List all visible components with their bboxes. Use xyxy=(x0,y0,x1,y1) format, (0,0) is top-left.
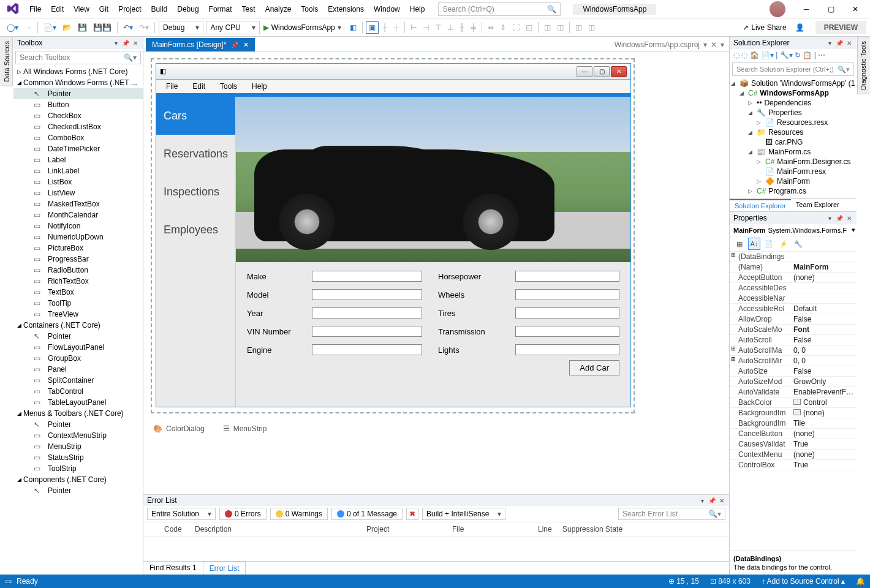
field-input[interactable] xyxy=(515,271,619,282)
field-input[interactable] xyxy=(312,289,422,300)
toolbox-item[interactable]: ▭MonthCalendar xyxy=(13,209,143,221)
align-btn-1[interactable]: ┼ xyxy=(380,22,390,33)
menu-project[interactable]: Project xyxy=(113,2,146,16)
toolbox-item[interactable]: ▭RadioButton xyxy=(13,265,143,276)
menu-git[interactable]: Git xyxy=(94,2,113,16)
menu-extensions[interactable]: Extensions xyxy=(323,2,369,16)
form-menu-edit[interactable]: Edit xyxy=(186,81,211,92)
menu-debug[interactable]: Debug xyxy=(172,2,203,16)
sol-close-icon[interactable]: ✕ xyxy=(845,39,853,47)
toolbox-item[interactable]: ▭SplitContainer xyxy=(13,375,143,386)
toolbox-search-input[interactable]: Search Toolbox 🔍▾ xyxy=(15,51,141,64)
menu-edit[interactable]: Edit xyxy=(46,2,69,16)
toolbox-group[interactable]: ▷All Windows Forms (.NET Core) xyxy=(13,66,143,77)
property-row[interactable]: (Name)MainForm xyxy=(730,262,857,273)
toolbox-close-icon[interactable]: ✕ xyxy=(132,39,139,47)
toolbox-item[interactable]: ▭LinkLabel xyxy=(13,165,143,176)
data-sources-tab[interactable]: Data Sources xyxy=(1,37,13,86)
menu-tools[interactable]: Tools xyxy=(296,2,323,16)
project-dropdown-icon[interactable]: ▾ xyxy=(703,40,707,49)
size-btn-3[interactable]: ⛶ xyxy=(510,22,522,33)
menu-help[interactable]: Help xyxy=(405,2,430,16)
size-btn-2[interactable]: ⇕ xyxy=(497,22,509,33)
toolbox-item[interactable]: ▭ToolTip xyxy=(13,298,143,309)
align-left-icon[interactable]: ⊢ xyxy=(408,22,419,33)
order-btn-2[interactable]: ◫ xyxy=(554,22,566,33)
tree-mainform-class[interactable]: ▷🔶 MainForm xyxy=(731,176,855,186)
config-combo[interactable]: Debug xyxy=(159,21,203,34)
toolbox-group[interactable]: ◢Common Windows Forms (.NET ... xyxy=(13,77,143,88)
car-picturebox[interactable] xyxy=(236,97,630,262)
align-mid-icon[interactable]: ╫ xyxy=(457,22,467,33)
tree-dependencies[interactable]: ▷•• Dependencies xyxy=(731,98,855,108)
redo-button[interactable]: ↷▾ xyxy=(137,22,151,33)
toolbox-item[interactable]: ↖Pointer xyxy=(13,88,143,99)
props-pin-icon[interactable]: 📌 xyxy=(836,214,843,222)
tree-project[interactable]: ◢C# WindowsFormsApp xyxy=(731,88,855,98)
component-menustrip[interactable]: ☰MenuStrip xyxy=(223,424,267,433)
close-button[interactable]: ✕ xyxy=(843,1,868,17)
menu-file[interactable]: File xyxy=(25,2,46,16)
status-notification-icon[interactable]: 🔔 xyxy=(856,577,865,586)
warnings-filter[interactable]: 0 Warnings xyxy=(270,508,328,520)
toolbox-item[interactable]: ▭Label xyxy=(13,154,143,165)
tab-reservations[interactable]: Reservations xyxy=(156,135,235,173)
toolbox-item[interactable]: ▭ContextMenuStrip xyxy=(13,430,143,441)
tab-team-explorer[interactable]: Team Explorer xyxy=(791,199,844,211)
toolbox-item[interactable]: ↖Pointer xyxy=(13,419,143,430)
toolbox-item[interactable]: ▭MenuStrip xyxy=(13,441,143,452)
props-wrench-icon[interactable]: 🔧 xyxy=(792,238,804,250)
sol-pin-icon[interactable]: 📌 xyxy=(836,39,843,47)
error-search-input[interactable]: Search Error List🔍▾ xyxy=(618,508,725,520)
tab-solution-explorer[interactable]: Solution Explorer xyxy=(730,199,791,211)
toolbox-group[interactable]: ◢Containers (.NET Core) xyxy=(13,320,143,331)
property-row[interactable]: AccessibleDes xyxy=(730,283,857,293)
pin-icon[interactable]: 📌 xyxy=(231,42,238,48)
undo-button[interactable]: ↶▾ xyxy=(121,22,135,33)
menu-view[interactable]: View xyxy=(69,2,94,16)
tree-mainform-resx[interactable]: 📄 MainForm.resx xyxy=(731,167,855,176)
toolbox-item[interactable]: ▭NotifyIcon xyxy=(13,221,143,232)
property-row[interactable]: CancelButton(none) xyxy=(730,429,857,439)
form-menu-help[interactable]: Help xyxy=(246,81,273,92)
document-tab[interactable]: MainForm.cs [Design]* 📌 ✕ xyxy=(146,38,255,51)
toolbox-pin-icon[interactable]: 📌 xyxy=(122,39,129,47)
tree-resources-resx[interactable]: ▷📄 Resources.resx xyxy=(731,118,855,127)
toolbox-item[interactable]: ▭ComboBox xyxy=(13,132,143,143)
form-menu-tools[interactable]: Tools xyxy=(214,81,243,92)
align-right-icon[interactable]: ⊤ xyxy=(433,22,444,33)
property-row[interactable]: AccessibleRolDefault xyxy=(730,304,857,314)
align-top-icon[interactable]: ⊥ xyxy=(445,22,456,33)
toolbox-item[interactable]: ▭TableLayoutPanel xyxy=(13,397,143,408)
props-dropdown-icon[interactable]: ▾ xyxy=(826,214,833,222)
add-car-button[interactable]: Add Car xyxy=(569,360,619,375)
tree-car-png[interactable]: 🖼 car.PNG xyxy=(731,137,855,147)
layout-btn-2[interactable]: ▣ xyxy=(366,21,379,34)
tree-resources-folder[interactable]: ◢📁 Resources xyxy=(731,127,855,137)
form-designer[interactable]: ◧ — ▢ ✕ File Edit Tools Help xyxy=(156,63,631,407)
toolbox-group[interactable]: ◢Menus & Toolbars (.NET Core) xyxy=(13,408,143,419)
property-row[interactable]: BackgroundIm(none) xyxy=(730,408,857,418)
tree-mainform-cs[interactable]: ◢📰 MainForm.cs xyxy=(731,147,855,157)
property-row[interactable]: ⊞AutoScrollMa0, 0 xyxy=(730,345,857,356)
toolbox-item[interactable]: ▭PictureBox xyxy=(13,243,143,254)
field-input[interactable] xyxy=(515,344,619,355)
error-dropdown-icon[interactable]: ▾ xyxy=(698,497,706,504)
property-row[interactable]: AccessibleNar xyxy=(730,293,857,304)
toolbox-item[interactable]: ▭DateTimePicker xyxy=(13,143,143,154)
toolbox-item[interactable]: ▭ToolStrip xyxy=(13,463,143,474)
tree-solution[interactable]: ◢📦 Solution 'WindowsFormsApp' (1 xyxy=(731,78,855,88)
toolbox-item[interactable]: ▭Panel xyxy=(13,364,143,375)
property-row[interactable]: BackColorControl xyxy=(730,398,857,408)
tree-properties[interactable]: ◢🔧 Properties xyxy=(731,108,855,118)
property-row[interactable]: AcceptButton(none) xyxy=(730,273,857,283)
platform-combo[interactable]: Any CPU xyxy=(206,21,259,34)
sol-dropdown-icon[interactable]: ▾ xyxy=(826,39,833,47)
run-target-label[interactable]: WindowsFormsApp xyxy=(271,23,335,32)
tab-inspections[interactable]: Inspections xyxy=(156,173,235,211)
props-close-icon[interactable]: ✕ xyxy=(845,214,853,222)
toolbox-item[interactable]: ↖Pointer xyxy=(13,331,143,342)
property-row[interactable]: BackgroundImTile xyxy=(730,418,857,429)
property-row[interactable]: AutoValidateEnablePreventFocus xyxy=(730,387,857,398)
save-all-button[interactable]: 💾💾 xyxy=(91,22,114,33)
